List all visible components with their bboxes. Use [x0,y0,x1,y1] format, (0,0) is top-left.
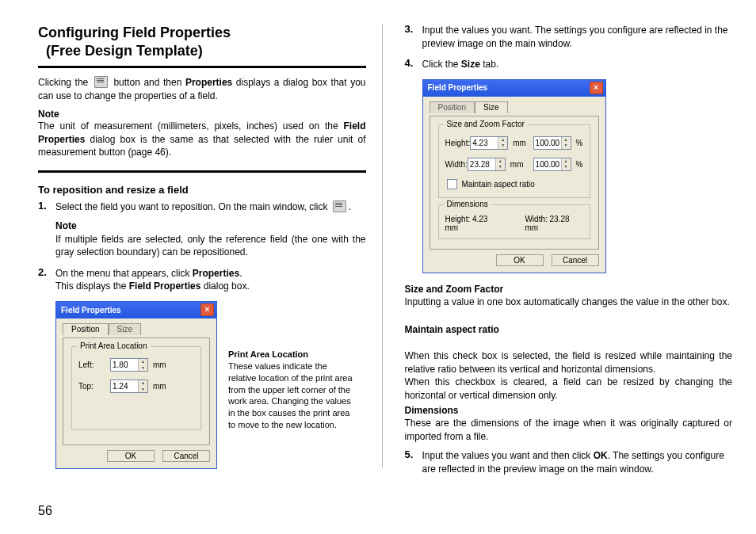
dialog-titlebar[interactable]: Field Properties × [56,302,216,318]
rule-top [38,66,366,68]
size-zoom-para: Size and Zoom Factor Inputting a value i… [405,283,733,309]
left-label: Left: [78,360,110,369]
step-2: 2. On the menu that appears, click Prope… [38,267,366,293]
title-line1: Configuring Field Properties [38,25,231,40]
step-4: 4. Click the Size tab. [405,58,733,71]
maintain-para: Maintain aspect ratio When this check bo… [405,311,733,402]
group-print-area: Print Area Location [77,341,151,350]
left-column: Configuring Field Properties (Free Desig… [38,24,382,475]
properties-icon [94,76,108,88]
group-size-zoom: Size and Zoom Factor [444,120,528,128]
note-heading: Note [38,109,366,120]
tab-position[interactable]: Position [430,101,475,113]
title-line2: (Free Design Template) [46,42,366,60]
dialog-title: Field Properties [428,83,488,92]
left-input-field[interactable] [111,359,138,371]
cancel-button[interactable]: Cancel [552,254,599,266]
cancel-button[interactable]: Cancel [162,450,210,462]
subheading-reposition: To reposition and resize a field [38,184,366,196]
checkbox-icon[interactable] [447,179,457,189]
close-icon[interactable]: × [590,82,603,94]
right-column: 3. Input the values you want. The settin… [383,24,733,475]
step1-note-head: Note [55,219,366,233]
spinner[interactable]: ▲▼ [138,380,147,392]
tab-size[interactable]: Size [475,101,507,113]
height-label: Height: [445,139,471,147]
width-zoom-input[interactable]: ▲▼ [533,158,571,171]
height-zoom-input[interactable]: ▲▼ [533,136,571,150]
ok-button[interactable]: OK [496,254,544,266]
page-number: 56 [38,504,52,518]
group-dimensions: Dimensions [444,200,491,208]
tab-position[interactable]: Position [63,323,109,335]
figure1-caption: Print Area Location These values indicat… [228,349,355,431]
rule-mid [38,170,366,173]
note-body: The unit of measurement (millimeters, pi… [38,120,366,159]
step-3: 3. Input the values you want. The settin… [405,24,733,50]
maintain-aspect-checkbox[interactable]: Maintain aspect ratio [447,179,583,189]
page-title: Configuring Field Properties (Free Desig… [38,24,366,59]
tab-size[interactable]: Size [109,323,141,335]
dialog-field-properties-position: Field Properties × Position Size Print A… [55,301,217,469]
close-icon[interactable]: × [200,303,214,316]
step-5: 5. Input the values you want and then cl… [405,449,733,475]
dialog-titlebar[interactable]: Field Properties × [423,80,605,97]
width-label: Width: [445,160,468,169]
dim-height: Height: 4.23 mm [445,215,502,232]
dialog-field-properties-size: Field Properties × Position Size Size an… [422,79,606,273]
intro-paragraph: Clicking the button and then Properties … [38,76,366,102]
top-label: Top: [78,382,110,391]
dimensions-para: Dimensions These are the dimensions of t… [405,404,733,444]
step1-note-body: If multiple fields are selected, only th… [55,233,366,259]
step-1: 1. Select the field you want to repositi… [38,200,366,259]
spinner[interactable]: ▲▼ [138,359,147,371]
properties-icon [333,200,346,212]
height-input[interactable]: ▲▼ [470,136,508,150]
width-input[interactable]: ▲▼ [468,158,506,171]
left-input[interactable]: ▲▼ [110,358,148,372]
top-input[interactable]: ▲▼ [110,380,148,393]
dialog-title: Field Properties [61,306,121,315]
dim-width: Width: 23.28 mm [525,215,582,232]
ok-button[interactable]: OK [107,450,155,462]
top-input-field[interactable] [111,380,138,392]
